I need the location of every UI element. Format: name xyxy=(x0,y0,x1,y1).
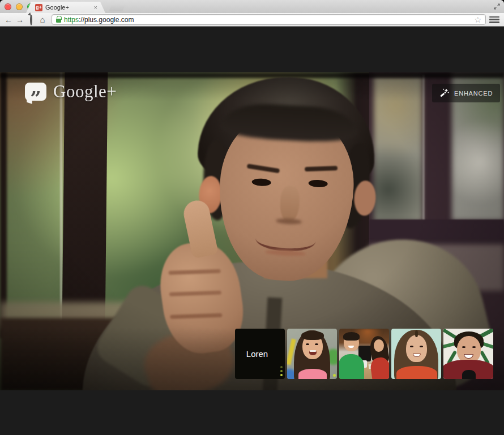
tile2-eyes xyxy=(306,343,309,345)
tile4-face xyxy=(406,335,427,362)
hangouts-watermark: ” Google+ xyxy=(25,81,117,102)
back-button[interactable]: ← xyxy=(3,16,14,24)
audio-level-indicator xyxy=(333,374,336,377)
participant-tile-5[interactable] xyxy=(443,329,493,379)
reload-icon xyxy=(30,14,32,25)
window-minimize-button[interactable] xyxy=(16,3,23,10)
tile5-undershirt xyxy=(462,370,476,379)
tile4-hair-part xyxy=(415,330,418,337)
participant-name: Loren xyxy=(235,329,279,379)
tab-close-icon[interactable]: × xyxy=(94,5,97,11)
tile2-teeth xyxy=(310,350,316,352)
tile3-woman-face xyxy=(374,339,384,352)
home-icon: ⌂ xyxy=(40,15,45,24)
tile5-eyes xyxy=(462,346,465,348)
tile4-red-top xyxy=(396,366,437,379)
new-tab-button[interactable] xyxy=(109,4,126,11)
participant-tile-loren[interactable]: Loren xyxy=(235,329,285,379)
forward-button[interactable]: → xyxy=(14,16,25,24)
expand-icon[interactable] xyxy=(493,2,501,10)
watermark-wordmark: Google+ xyxy=(53,81,117,102)
tile4-eyes xyxy=(410,346,413,347)
enhanced-button[interactable]: ENHANCED xyxy=(432,84,500,102)
padlock-icon[interactable] xyxy=(56,19,61,23)
browser-toolbar: ← → ⌂ https://plus.google.com ☆ xyxy=(0,13,504,27)
main-video: ” Google+ ENHANCED xyxy=(0,72,504,390)
browser-window: g+ Google+ × ← → ⌂ https://plus.google.c… xyxy=(0,0,504,435)
url-scheme: https xyxy=(64,16,79,24)
tile3-man-shirt xyxy=(339,354,364,379)
back-icon: ← xyxy=(5,15,12,24)
url-text[interactable]: https://plus.google.com xyxy=(64,16,134,24)
audio-level-indicator xyxy=(280,366,283,376)
tile3-man-hair xyxy=(343,332,360,341)
tile2-pink-top xyxy=(298,369,327,379)
menu-icon[interactable] xyxy=(489,16,499,24)
page-content: ” Google+ ENHANCED xyxy=(0,27,504,435)
quote-glyph: ” xyxy=(30,89,41,108)
address-bar[interactable]: https://plus.google.com ☆ xyxy=(52,14,486,25)
tab-strip: g+ Google+ × xyxy=(0,0,504,13)
window-close-button[interactable] xyxy=(5,3,11,10)
expand-arrows-icon xyxy=(494,3,500,10)
home-button[interactable]: ⌂ xyxy=(37,15,48,24)
magic-wand-icon xyxy=(439,88,449,98)
tile2-fringe xyxy=(301,331,324,340)
participant-tile-3[interactable] xyxy=(339,329,389,379)
participant-tile-4[interactable] xyxy=(391,329,441,379)
participant-filmstrip: Loren xyxy=(235,329,493,379)
tile5-face xyxy=(457,336,481,363)
participant-tile-2[interactable] xyxy=(287,329,337,379)
gplus-favicon-icon: g+ xyxy=(35,4,42,11)
tab-title: Google+ xyxy=(45,4,91,11)
hangouts-badge-icon: ” xyxy=(25,83,46,101)
enhanced-label: ENHANCED xyxy=(454,90,493,97)
reload-button[interactable] xyxy=(25,16,37,24)
forward-icon: → xyxy=(16,15,24,24)
url-rest: ://plus.google.com xyxy=(79,16,134,24)
browser-tab[interactable]: g+ Google+ × xyxy=(26,2,105,13)
bookmark-star-icon[interactable]: ☆ xyxy=(474,16,481,24)
